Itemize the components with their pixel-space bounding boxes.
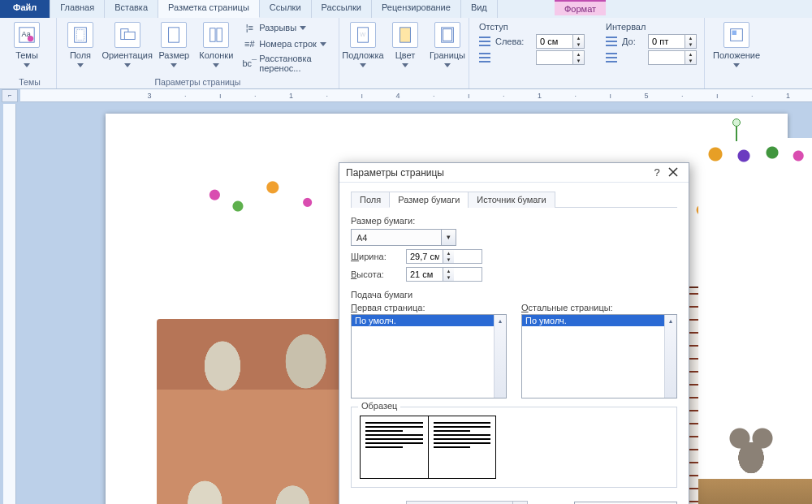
- svg-rect-8: [210, 28, 215, 42]
- horizontal-ruler[interactable]: 3 · ı · 1 · ı 4 · ı · 1 · ı 5 · ı · 1: [20, 89, 812, 102]
- orientation-icon: [114, 22, 140, 48]
- spacing-after-spinner[interactable]: ▲▼: [648, 50, 697, 65]
- spacing-before-spinner[interactable]: ▲▼: [648, 34, 697, 49]
- tab-format-contextual[interactable]: Формат: [555, 2, 606, 15]
- tab-references[interactable]: Ссылки: [260, 0, 312, 18]
- columns-icon: [203, 22, 229, 48]
- size-button[interactable]: Размер: [155, 20, 192, 69]
- page-color-button[interactable]: Цвет: [387, 20, 424, 69]
- width-label: Ширина:: [351, 252, 400, 261]
- tab-review[interactable]: Рецензирование: [372, 0, 461, 18]
- tab-insert[interactable]: Вставка: [105, 0, 158, 18]
- print-options-button[interactable]: Параметры печати...: [574, 502, 677, 505]
- watermark-icon: W: [350, 22, 376, 48]
- themes-icon: Aa: [14, 22, 40, 48]
- list-item[interactable]: По умолч.: [522, 315, 676, 326]
- svg-rect-12: [400, 28, 411, 42]
- scrollbar[interactable]: ▴: [664, 315, 676, 398]
- ribbon-tabs: Файл Главная Вставка Разметка страницы С…: [0, 0, 812, 18]
- dialog-title: Параметры страницы: [346, 167, 650, 179]
- tab-view[interactable]: Вид: [461, 0, 498, 18]
- breaks-icon: ¦≡: [243, 21, 256, 34]
- spacing-after-icon: [606, 53, 617, 62]
- page-setup-dialog: Параметры страницы ? Поля Размер бумаги …: [339, 162, 689, 504]
- position-icon: [723, 22, 749, 48]
- indent-right-icon: [479, 53, 490, 62]
- rotate-handle[interactable]: [732, 118, 741, 127]
- line-numbers-button[interactable]: ≡#Номера строк: [240, 37, 334, 51]
- svg-rect-7: [169, 28, 179, 42]
- indent-right-spinner[interactable]: ▲▼: [536, 50, 585, 65]
- watermark-button[interactable]: WПодложка: [344, 20, 382, 69]
- line-numbers-icon: ≡#: [243, 37, 256, 50]
- tab-page-layout[interactable]: Разметка страницы: [158, 0, 260, 18]
- paper-size-select[interactable]: A4 ▾: [351, 229, 456, 246]
- other-pages-label: Остальные страницы:: [521, 303, 677, 312]
- ruler-corner[interactable]: ⌐: [2, 89, 18, 102]
- first-page-label: Первая страница:: [351, 303, 507, 312]
- group-themes-title: Темы: [3, 76, 56, 88]
- margins-button[interactable]: Поля: [62, 20, 99, 69]
- close-icon[interactable]: [664, 167, 682, 179]
- page-borders-button[interactable]: Границы: [429, 20, 466, 69]
- svg-point-2: [28, 36, 33, 41]
- height-label: Высота:: [351, 269, 400, 279]
- tab-mailings[interactable]: Рассылки: [312, 0, 372, 18]
- feed-label: Подача бумаги: [351, 290, 677, 299]
- dialog-tab-paper-size[interactable]: Размер бумаги: [389, 192, 469, 208]
- svg-rect-6: [124, 32, 135, 39]
- indent-group: Отступ Слева: ▲▼ ▲▼: [474, 20, 590, 68]
- indent-left-spinner[interactable]: ▲▼: [536, 34, 585, 49]
- tab-file[interactable]: Файл: [0, 0, 50, 18]
- width-spinner[interactable]: ▲▼: [406, 249, 482, 264]
- hyphenation-button[interactable]: bc¯Расстановка перенос...: [240, 53, 334, 74]
- illustration-mouse: [723, 422, 780, 487]
- ribbon: Aa Темы Темы Поля Ориентация Размер: [0, 18, 812, 89]
- svg-rect-16: [732, 31, 737, 36]
- spacing-before-icon: [606, 37, 617, 46]
- page-illustration-right: [698, 138, 812, 504]
- paper-size-label: Размер бумаги:: [351, 216, 677, 226]
- spacing-group: Интервал До: ▲▼ ▲▼: [601, 20, 702, 68]
- illustration-cart: [698, 479, 812, 504]
- page-borders-icon: [434, 22, 460, 48]
- apply-to-select[interactable]: ко всему документу▾: [406, 501, 528, 504]
- tab-home[interactable]: Главная: [50, 0, 105, 18]
- help-icon[interactable]: ?: [650, 166, 664, 179]
- preview-pages: [360, 416, 496, 479]
- indent-left-icon: [479, 37, 490, 46]
- position-button[interactable]: Положение: [710, 20, 763, 69]
- chevron-down-icon[interactable]: ▾: [441, 230, 456, 245]
- hyphenation-icon: bc¯: [243, 57, 256, 70]
- list-item[interactable]: По умолч.: [352, 315, 506, 326]
- themes-button[interactable]: Aa Темы: [8, 20, 45, 69]
- dialog-titlebar[interactable]: Параметры страницы ?: [339, 163, 689, 183]
- dialog-tab-paper-source[interactable]: Источник бумаги: [468, 192, 555, 208]
- page-color-icon: [392, 22, 418, 48]
- height-spinner[interactable]: ▲▼: [406, 267, 482, 282]
- other-pages-listbox[interactable]: По умолч. ▴: [521, 314, 677, 398]
- size-icon: [161, 22, 187, 48]
- chevron-down-icon: [24, 63, 30, 67]
- vertical-ruler[interactable]: [3, 104, 16, 504]
- svg-rect-9: [217, 28, 222, 42]
- first-page-listbox[interactable]: По умолч. ▴: [351, 314, 507, 398]
- orientation-button[interactable]: Ориентация: [104, 20, 150, 69]
- preview-fieldset: Образец: [351, 407, 677, 488]
- breaks-button[interactable]: ¦≡Разрывы: [240, 20, 334, 35]
- columns-button[interactable]: Колонки: [197, 20, 235, 69]
- margins-icon: [67, 22, 93, 48]
- dialog-tab-margins[interactable]: Поля: [351, 192, 390, 208]
- document-area: ⌐ 3 · ı · 1 · ı 4 · ı · 1 · ı 5 · ı · 1 …: [0, 89, 812, 504]
- svg-text:W: W: [360, 31, 365, 38]
- group-page-setup-title: Параметры страницы: [57, 76, 339, 88]
- scrollbar[interactable]: ▴: [494, 315, 506, 398]
- dialog-tabs: Поля Размер бумаги Источник бумаги: [351, 191, 677, 208]
